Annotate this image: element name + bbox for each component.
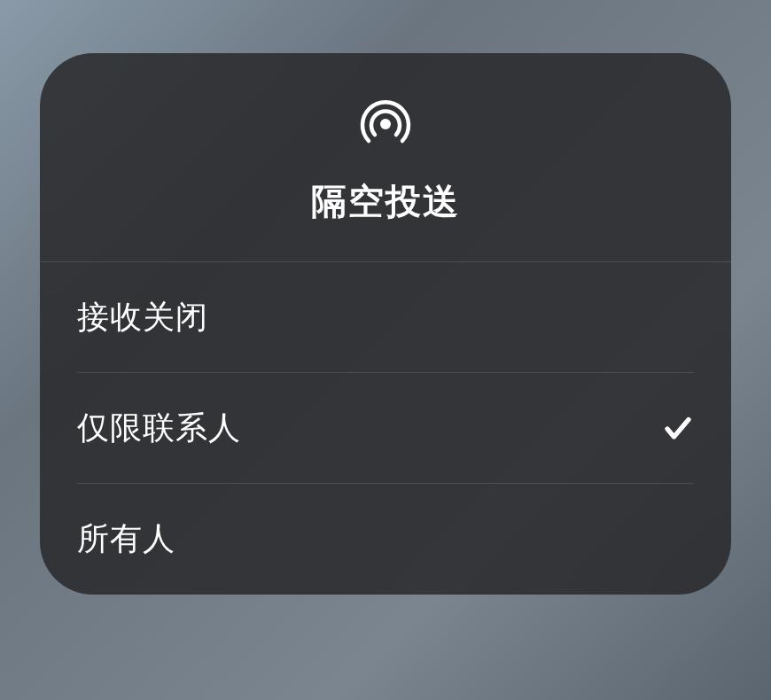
option-label: 接收关闭 [77, 296, 208, 339]
panel-header: 隔空投送 [40, 53, 731, 262]
option-label: 仅限联系人 [77, 407, 241, 450]
option-receiving-off[interactable]: 接收关闭 [40, 262, 731, 373]
option-everyone[interactable]: 所有人 [40, 484, 731, 595]
checkmark-icon [662, 413, 694, 445]
svg-point-0 [380, 119, 391, 129]
option-contacts-only[interactable]: 仅限联系人 [40, 373, 731, 484]
panel-title: 隔空投送 [311, 177, 460, 226]
option-label: 所有人 [77, 517, 175, 561]
airdrop-panel: 隔空投送 接收关闭 仅限联系人 所有人 [40, 53, 731, 595]
airdrop-icon [357, 96, 414, 156]
